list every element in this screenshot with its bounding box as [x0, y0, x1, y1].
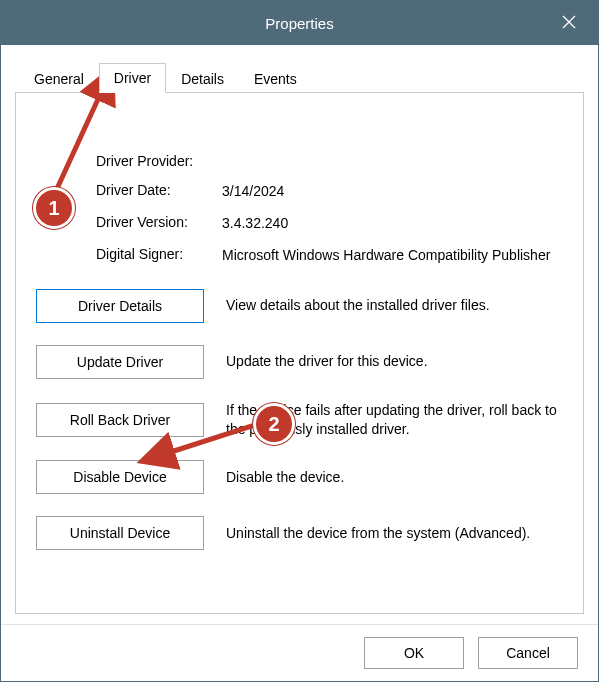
tab-events[interactable]: Events: [239, 64, 312, 93]
dialog-footer: OK Cancel: [1, 624, 598, 681]
close-icon: [561, 14, 577, 33]
close-button[interactable]: [540, 1, 598, 45]
tab-strip: General Driver Details Events: [19, 61, 584, 93]
ok-button[interactable]: OK: [364, 637, 464, 669]
tab-details[interactable]: Details: [166, 64, 239, 93]
driver-tab-panel: Driver Provider: Driver Date: 3/14/2024 …: [15, 92, 584, 614]
provider-value: [220, 153, 567, 169]
tab-driver[interactable]: Driver: [99, 63, 166, 93]
cancel-button[interactable]: Cancel: [478, 637, 578, 669]
uninstall-device-button[interactable]: Uninstall Device: [36, 516, 204, 550]
version-value: 3.4.32.240: [220, 214, 567, 233]
update-driver-button[interactable]: Update Driver: [36, 345, 204, 379]
date-label: Driver Date:: [96, 182, 216, 201]
version-label: Driver Version:: [96, 214, 216, 233]
driver-info-grid: Driver Provider: Driver Date: 3/14/2024 …: [96, 153, 567, 265]
disable-device-desc: Disable the device.: [226, 468, 567, 487]
driver-details-button[interactable]: Driver Details: [36, 289, 204, 323]
titlebar: Properties: [1, 1, 598, 45]
roll-back-driver-button[interactable]: Roll Back Driver: [36, 403, 204, 437]
signer-value: Microsoft Windows Hardware Compatibility…: [220, 246, 567, 265]
properties-window: Properties General Driver Details Events…: [0, 0, 599, 682]
window-title: Properties: [1, 15, 598, 32]
tab-general[interactable]: General: [19, 64, 99, 93]
roll-back-driver-desc: If the device fails after updating the d…: [226, 401, 567, 439]
uninstall-device-desc: Uninstall the device from the system (Ad…: [226, 524, 567, 543]
update-driver-desc: Update the driver for this device.: [226, 352, 567, 371]
driver-actions: Driver Details View details about the in…: [36, 289, 567, 551]
provider-label: Driver Provider:: [96, 153, 216, 169]
signer-label: Digital Signer:: [96, 246, 216, 265]
driver-details-desc: View details about the installed driver …: [226, 296, 567, 315]
client-area: General Driver Details Events Driver Pro…: [1, 45, 598, 624]
date-value: 3/14/2024: [220, 182, 567, 201]
disable-device-button[interactable]: Disable Device: [36, 460, 204, 494]
